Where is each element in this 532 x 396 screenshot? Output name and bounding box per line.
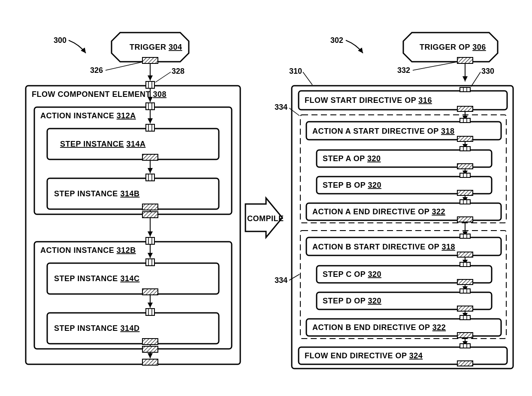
ref-330: 330 <box>481 67 494 75</box>
svg-text:STEP C OP 320: STEP C OP 320 <box>323 270 381 279</box>
svg-rect-92 <box>460 262 470 267</box>
ref-326: 326 <box>90 66 103 75</box>
svg-text:ACTION B START DIRECTIVE OP 31: ACTION B START DIRECTIVE OP 318 <box>312 243 455 251</box>
svg-rect-22 <box>146 174 154 181</box>
svg-rect-45 <box>142 339 158 345</box>
trigger-left: TRIGGER 304 <box>112 33 189 63</box>
svg-rect-27 <box>142 212 158 218</box>
diagram: 300 TRIGGER 304 326 328 FLOW COMPONENT E… <box>0 0 532 396</box>
svg-text:STEP B OP 320: STEP B OP 320 <box>323 181 381 189</box>
svg-rect-6 <box>146 81 154 88</box>
svg-text:STEP A OP 320: STEP A OP 320 <box>323 154 381 163</box>
svg-rect-86 <box>460 234 470 238</box>
ref-334b: 334 <box>275 276 287 285</box>
svg-rect-20 <box>142 154 158 160</box>
trigger-op: TRIGGER OP 306 <box>403 33 498 63</box>
svg-rect-80 <box>460 200 470 204</box>
svg-text:STEP INSTANCE 314B: STEP INSTANCE 314B <box>54 189 139 198</box>
svg-rect-98 <box>460 289 470 293</box>
svg-rect-66 <box>457 136 473 141</box>
svg-rect-41 <box>146 309 154 315</box>
svg-rect-16 <box>146 124 154 131</box>
svg-rect-104 <box>460 315 470 320</box>
svg-rect-68 <box>460 147 470 151</box>
svg-text:STEP INSTANCE 314C: STEP INSTANCE 314C <box>54 274 139 283</box>
svg-rect-35 <box>146 259 154 266</box>
svg-text:STEP INSTANCE 314A: STEP INSTANCE 314A <box>60 140 145 148</box>
svg-rect-26 <box>142 204 158 210</box>
svg-text:ACTION INSTANCE 312B: ACTION INSTANCE 312B <box>40 246 136 255</box>
svg-text:ACTION INSTANCE 312A: ACTION INSTANCE 312A <box>40 111 136 120</box>
compile-arrow: COMPILE <box>245 198 284 237</box>
svg-text:FLOW START DIRECTIVE OP 316: FLOW START DIRECTIVE OP 316 <box>305 96 432 105</box>
svg-rect-108 <box>457 333 473 338</box>
svg-rect-96 <box>457 279 473 285</box>
svg-text:COMPILE: COMPILE <box>247 214 284 223</box>
figref-left: 300 <box>54 36 66 45</box>
svg-rect-90 <box>457 252 473 257</box>
svg-rect-84 <box>457 217 473 222</box>
svg-rect-110 <box>460 344 470 348</box>
port-328 <box>146 81 154 88</box>
svg-rect-114 <box>457 361 473 366</box>
ref-332: 332 <box>397 66 410 75</box>
ref-310: 310 <box>289 67 302 75</box>
svg-text:STEP INSTANCE 314D: STEP INSTANCE 314D <box>54 324 139 333</box>
figref-right: 302 <box>330 36 343 45</box>
ref-334a: 334 <box>275 103 287 111</box>
svg-rect-78 <box>457 190 473 195</box>
svg-rect-49 <box>142 359 158 365</box>
svg-text:FLOW COMPONENT ELEMENT 308: FLOW COMPONENT ELEMENT 308 <box>32 90 166 99</box>
svg-rect-46 <box>142 346 158 352</box>
svg-rect-72 <box>457 164 473 169</box>
svg-rect-4 <box>142 57 158 63</box>
svg-rect-62 <box>460 118 470 123</box>
svg-rect-11 <box>146 103 154 110</box>
svg-rect-30 <box>146 237 154 244</box>
svg-text:ACTION A START DIRECTIVE OP 31: ACTION A START DIRECTIVE OP 318 <box>312 127 455 135</box>
svg-rect-102 <box>457 306 473 311</box>
svg-text:ACTION A END DIRECTIVE OP 322: ACTION A END DIRECTIVE OP 322 <box>312 207 445 216</box>
svg-text:FLOW END DIRECTIVE OP 324: FLOW END DIRECTIVE OP 324 <box>305 351 423 360</box>
svg-text:TRIGGER OP 306: TRIGGER OP 306 <box>420 43 486 51</box>
svg-text:STEP D OP 320: STEP D OP 320 <box>323 297 381 305</box>
svg-text:ACTION B END DIRECTIVE OP 322: ACTION B END DIRECTIVE OP 322 <box>312 323 446 332</box>
svg-rect-56 <box>460 87 470 92</box>
svg-rect-60 <box>457 106 473 111</box>
svg-rect-54 <box>457 57 473 63</box>
ref-328: 328 <box>172 67 184 75</box>
svg-rect-74 <box>460 173 470 177</box>
svg-text:TRIGGER 304: TRIGGER 304 <box>130 43 182 51</box>
svg-rect-39 <box>142 289 158 295</box>
